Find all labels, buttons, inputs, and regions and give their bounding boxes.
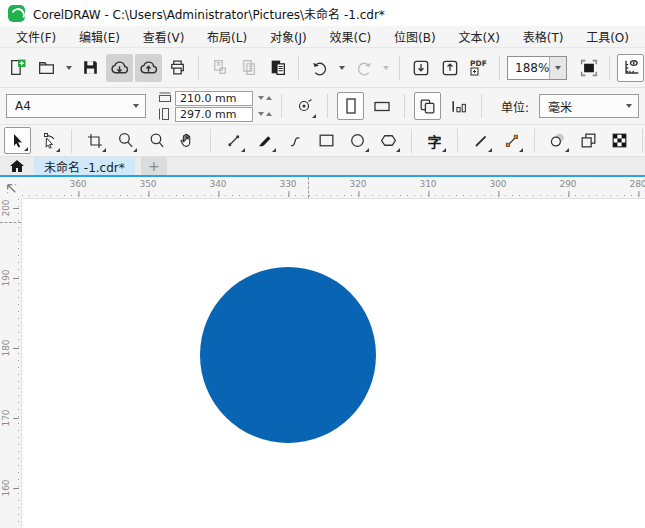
toolbox-separator xyxy=(71,129,72,153)
menu-item-tools[interactable]: 工具(O) xyxy=(580,26,635,47)
crop-tool[interactable] xyxy=(81,127,108,154)
copy-button xyxy=(235,54,262,82)
title-bar: CorelDRAW - C:\Users\Administrator\Pictu… xyxy=(0,0,645,26)
menu-item-effects[interactable]: 效果(C) xyxy=(324,26,378,47)
menu-item-edit[interactable]: 编辑(E) xyxy=(73,26,126,47)
zoom-tool-alt[interactable] xyxy=(143,127,170,154)
landscape-button[interactable] xyxy=(368,92,395,120)
h-ruler-label: 290 xyxy=(559,179,576,189)
export-button[interactable] xyxy=(436,54,463,82)
current-page-icon xyxy=(449,97,468,116)
zoom-level-value: 188% xyxy=(508,61,549,75)
polygon-tool[interactable] xyxy=(375,127,402,154)
paste-button[interactable] xyxy=(264,54,291,82)
v-ruler-label: 160 xyxy=(1,479,11,496)
nudge-offset-button[interactable] xyxy=(291,92,318,120)
page-height-input[interactable]: 297.0 mm xyxy=(175,107,253,122)
h-ruler-label: 340 xyxy=(209,179,226,189)
shape-tool[interactable] xyxy=(35,127,62,154)
save-button[interactable] xyxy=(77,54,104,82)
width-spinner[interactable] xyxy=(258,96,272,100)
bspline-tool[interactable] xyxy=(282,127,309,154)
units-select[interactable]: 毫米 xyxy=(539,94,639,118)
drawing-canvas[interactable] xyxy=(22,199,645,528)
chevron-down-icon xyxy=(339,66,345,70)
welcome-screen-tab[interactable] xyxy=(0,157,34,175)
open-dropdown[interactable] xyxy=(62,54,75,82)
show-rulers-toggle[interactable] xyxy=(617,54,644,82)
ellipse-tool[interactable] xyxy=(344,127,371,154)
drop-shadow-tool[interactable] xyxy=(544,127,571,154)
current-page-button[interactable] xyxy=(445,92,472,120)
menu-item-layout[interactable]: 布局(L) xyxy=(201,26,253,47)
pan-tool[interactable] xyxy=(174,127,201,154)
h-ruler-label: 280 xyxy=(629,179,645,189)
cloud-save-button[interactable] xyxy=(135,54,162,82)
menu-item-bitmaps[interactable]: 位图(B) xyxy=(388,26,442,47)
plus-icon: + xyxy=(148,158,160,174)
menu-item-view[interactable]: 查看(V) xyxy=(137,26,191,47)
chevron-down-icon xyxy=(620,104,638,108)
height-spinner[interactable] xyxy=(258,112,272,116)
menu-item-text[interactable]: 文本(X) xyxy=(452,26,506,47)
text-tool[interactable]: 字 xyxy=(421,127,448,154)
print-button[interactable] xyxy=(164,54,191,82)
import-button[interactable] xyxy=(407,54,434,82)
h-ruler-label: 350 xyxy=(139,179,156,189)
h-ruler-label: 330 xyxy=(279,179,296,189)
circle-object[interactable] xyxy=(200,267,376,443)
pdf-box-icon xyxy=(470,67,479,76)
cloud-open-button[interactable] xyxy=(106,54,133,82)
dimension-tool[interactable] xyxy=(498,127,525,154)
zoom-level-combobox[interactable]: 188% xyxy=(507,56,567,80)
pick-tool[interactable] xyxy=(4,127,31,154)
toolbox-separator xyxy=(411,129,412,153)
toolbar-separator xyxy=(281,94,282,118)
v-ruler-tick xyxy=(13,278,19,279)
chevron-down-icon xyxy=(555,66,561,70)
toolbar-separator xyxy=(609,56,610,80)
new-document-tab-button[interactable]: + xyxy=(141,157,167,175)
all-pages-button[interactable] xyxy=(414,92,441,120)
toolbox-separator xyxy=(457,129,458,153)
pattern-fill-tool[interactable] xyxy=(606,127,633,154)
import-icon xyxy=(411,58,431,78)
page-boundary-marker xyxy=(0,222,21,223)
nudge-offset-icon xyxy=(296,97,314,115)
coreldraw-logo-icon xyxy=(8,5,25,22)
zoom-tool[interactable] xyxy=(112,127,139,154)
zoom-dropdown-button[interactable] xyxy=(549,57,566,79)
rectangle-tool[interactable] xyxy=(313,127,340,154)
document-tab-active[interactable]: 未命名 -1.cdr* xyxy=(34,157,135,175)
transparency-tool[interactable] xyxy=(575,127,602,154)
freehand-tool[interactable] xyxy=(220,127,247,154)
pick-tool-icon xyxy=(9,132,27,150)
new-document-button[interactable] xyxy=(4,54,31,82)
text-tool-icon: 字 xyxy=(428,131,442,151)
menu-item-object[interactable]: 对象(J) xyxy=(264,26,313,47)
artistic-media-tool[interactable] xyxy=(251,127,278,154)
horizontal-ruler[interactable]: 360 350 340 330 320 310 300 290 280 xyxy=(22,177,645,199)
ruler-origin-corner[interactable] xyxy=(0,177,22,199)
paste-special-icon xyxy=(210,58,229,77)
hand-icon xyxy=(178,131,197,150)
menu-item-table[interactable]: 表格(T) xyxy=(517,26,570,47)
undo-button[interactable] xyxy=(306,54,333,82)
menu-item-file[interactable]: 文件(F) xyxy=(10,26,62,47)
checkerboard-icon xyxy=(610,131,629,150)
fullscreen-preview-button[interactable] xyxy=(575,54,602,82)
undo-dropdown[interactable] xyxy=(335,54,348,82)
page-boundary-marker xyxy=(308,177,309,198)
portrait-button[interactable] xyxy=(337,92,364,120)
vertical-ruler[interactable]: 200 190 180 170 160 xyxy=(0,199,22,528)
portrait-icon xyxy=(342,96,360,116)
transparency-tool-icon xyxy=(579,131,598,150)
open-button[interactable] xyxy=(33,54,60,82)
document-tab-label: 未命名 -1.cdr* xyxy=(44,158,125,175)
page-width-input[interactable]: 210.0 mm xyxy=(175,91,253,106)
v-ruler-tick xyxy=(13,208,19,209)
h-ruler-label: 360 xyxy=(69,179,86,189)
paper-size-select[interactable]: A4 xyxy=(6,94,146,118)
straight-line-tool[interactable] xyxy=(467,127,494,154)
publish-pdf-button[interactable]: PDF xyxy=(465,54,492,82)
